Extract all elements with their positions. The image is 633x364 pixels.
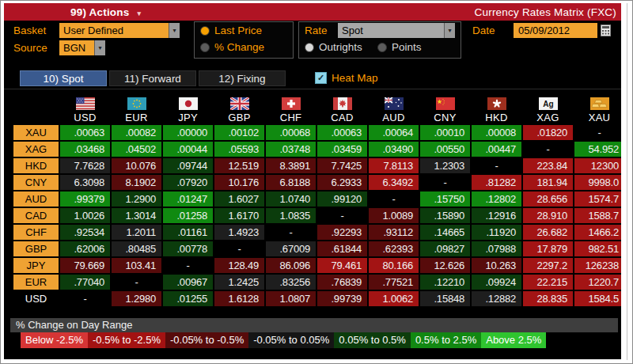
cell-usd-cny[interactable]: .15848	[420, 291, 470, 306]
cell-xau-gbp[interactable]: .00102	[214, 125, 264, 140]
cell-cny-xag[interactable]: 181.94	[523, 175, 573, 190]
cell-chf-cny[interactable]: .14665	[420, 225, 470, 240]
cell-cny-gbp[interactable]: 10.176	[214, 175, 264, 190]
cell-xau-xag[interactable]: .01820	[523, 125, 573, 140]
cell-usd-jpy[interactable]: .01255	[163, 291, 213, 306]
cell-xag-usd[interactable]: .03468	[60, 142, 110, 157]
cell-hkd-jpy[interactable]: .09744	[163, 158, 213, 173]
cell-xau-chf[interactable]: .00068	[266, 125, 316, 140]
cell-xau-aud[interactable]: .00064	[369, 125, 419, 140]
cell-eur-jpy[interactable]: .00967	[163, 275, 213, 290]
cell-xau-jpy[interactable]: .00000	[163, 125, 213, 140]
cell-hkd-cad[interactable]: 7.7425	[317, 158, 367, 173]
cell-gbp-usd[interactable]: .62006	[60, 241, 110, 256]
dropdown-arrow-icon[interactable]: ▾	[94, 40, 105, 55]
cell-gbp-chf[interactable]: .67009	[266, 241, 316, 256]
cell-eur-cad[interactable]: .76839	[317, 275, 367, 290]
cell-usd-chf[interactable]: 1.0807	[266, 291, 316, 306]
cell-cny-eur[interactable]: 8.1902	[112, 175, 161, 190]
cell-cad-aud[interactable]: 1.0089	[369, 208, 419, 223]
cell-aud-xag[interactable]: 28.656	[523, 191, 573, 207]
cell-jpy-eur[interactable]: 103.41	[112, 258, 161, 273]
cell-aud-gbp[interactable]: 1.6027	[214, 191, 264, 207]
cell-xag-cny[interactable]: .00550	[420, 142, 470, 157]
cell-gbp-aud[interactable]: .62393	[369, 241, 419, 256]
row-header-jpy[interactable]: JPY	[13, 258, 59, 273]
date-input[interactable]: 05/09/2012	[514, 23, 597, 38]
rate-select[interactable]: Spot ▾	[338, 23, 455, 38]
cell-gbp-cad[interactable]: .61844	[317, 241, 367, 256]
cell-cny-cad[interactable]: 6.2933	[317, 175, 367, 190]
cell-xag-gbp[interactable]: .05593	[214, 142, 264, 157]
cell-chf-xau[interactable]: 1466.2	[574, 225, 621, 240]
cell-chf-gbp[interactable]: 1.4923	[214, 225, 264, 240]
cell-jpy-xag[interactable]: 2297.2	[523, 258, 573, 273]
tab-10-spot[interactable]: 10) Spot	[20, 70, 107, 86]
row-header-cad[interactable]: CAD	[13, 208, 59, 223]
cell-hkd-xag[interactable]: 223.84	[523, 158, 573, 173]
cell-usd-gbp[interactable]: 1.6128	[214, 291, 264, 306]
cell-eur-hkd[interactable]: .09924	[472, 275, 521, 290]
cell-usd-aud[interactable]: 1.0062	[369, 291, 419, 306]
cell-hkd-eur[interactable]: 10.076	[112, 158, 161, 173]
cell-hkd-aud[interactable]: 7.8113	[369, 158, 419, 173]
row-header-aud[interactable]: AUD	[13, 191, 59, 207]
cell-usd-xag[interactable]: 28.835	[523, 291, 573, 306]
dropdown-arrow-icon[interactable]: ▾	[444, 23, 455, 38]
radio-outrights[interactable]: Outrights	[305, 41, 362, 53]
cell-cad-usd[interactable]: 1.0026	[60, 208, 110, 223]
cell-jpy-gbp[interactable]: 128.49	[214, 258, 264, 273]
cell-chf-xag[interactable]: 26.682	[523, 225, 573, 240]
cell-jpy-chf[interactable]: 86.096	[266, 258, 316, 273]
cell-hkd-usd[interactable]: 7.7628	[60, 158, 110, 173]
cell-chf-jpy[interactable]: .01161	[163, 225, 213, 240]
cell-xag-chf[interactable]: .03748	[266, 142, 316, 157]
cell-cad-cny[interactable]: .15890	[420, 208, 470, 223]
radio-last-price[interactable]: Last Price	[200, 25, 262, 36]
cell-cad-chf[interactable]: 1.0835	[266, 208, 316, 223]
cell-cny-jpy[interactable]: .07920	[163, 175, 213, 190]
cell-usd-xau[interactable]: 1584.5	[574, 291, 621, 306]
cell-eur-xau[interactable]: 1220.7	[574, 275, 621, 290]
cell-cad-jpy[interactable]: .01258	[163, 208, 213, 223]
cell-eur-cny[interactable]: .12210	[420, 275, 470, 290]
tab-11-forward[interactable]: 11) Forward	[109, 70, 196, 86]
cell-chf-eur[interactable]: 1.2011	[112, 225, 161, 240]
cell-xau-hkd[interactable]: .00008	[472, 125, 521, 140]
cell-eur-usd[interactable]: .77040	[60, 275, 110, 290]
cell-eur-gbp[interactable]: 1.2425	[214, 275, 264, 290]
cell-cny-aud[interactable]: 6.3492	[369, 175, 419, 190]
cell-eur-chf[interactable]: .83256	[266, 275, 316, 290]
cell-xau-usd[interactable]: .00063	[60, 125, 110, 140]
cell-xag-jpy[interactable]: .00044	[163, 142, 213, 157]
cell-eur-aud[interactable]: .77521	[369, 275, 419, 290]
cell-aud-usd[interactable]: .99379	[60, 191, 110, 207]
cell-chf-hkd[interactable]: .11920	[472, 225, 521, 240]
cell-cad-gbp[interactable]: 1.6170	[214, 208, 264, 223]
cell-usd-cad[interactable]: .99739	[317, 291, 367, 306]
cell-jpy-xau[interactable]: 126238	[574, 258, 621, 273]
row-header-eur[interactable]: EUR	[13, 275, 59, 290]
dropdown-arrow-icon[interactable]: ▾	[169, 23, 180, 38]
actions-menu-button[interactable]: 99) Actions ▾	[70, 6, 141, 18]
basket-select[interactable]: User Defined ▾	[59, 23, 180, 38]
cell-aud-hkd[interactable]: .12802	[472, 191, 521, 207]
radio-points[interactable]: Points	[377, 41, 422, 53]
radio-percent-change[interactable]: % Change	[200, 41, 264, 53]
calendar-icon[interactable]	[601, 23, 612, 38]
cell-xag-aud[interactable]: .03490	[369, 142, 419, 157]
cell-cad-hkd[interactable]: .12916	[472, 208, 521, 223]
cell-aud-cny[interactable]: .15750	[420, 191, 470, 207]
row-header-hkd[interactable]: HKD	[13, 158, 59, 173]
row-header-xag[interactable]: XAG	[13, 142, 59, 157]
cell-aud-xau[interactable]: 1574.7	[574, 191, 621, 207]
cell-gbp-xau[interactable]: 982.51	[574, 241, 621, 256]
cell-gbp-cny[interactable]: .09827	[420, 241, 470, 256]
cell-cny-usd[interactable]: 6.3098	[60, 175, 110, 190]
source-select[interactable]: BGN ▾	[59, 40, 105, 55]
tab-12-fixing[interactable]: 12) Fixing	[199, 70, 286, 86]
cell-eur-xag[interactable]: 22.215	[523, 275, 573, 290]
cell-chf-usd[interactable]: .92534	[60, 225, 110, 240]
cell-cad-eur[interactable]: 1.3014	[112, 208, 161, 223]
cell-aud-eur[interactable]: 1.2900	[112, 191, 161, 207]
